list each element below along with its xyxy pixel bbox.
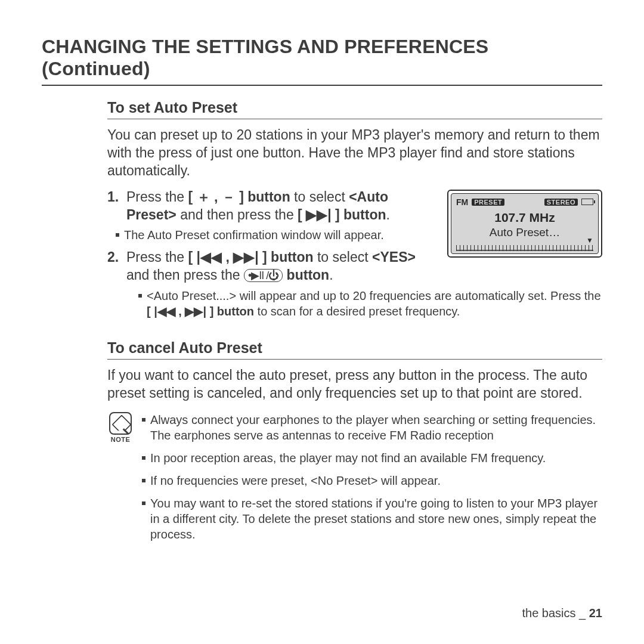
note-item: If no frequencies were preset, <No Prese… xyxy=(142,473,602,488)
lcd-screen-figure: FM PRESET STEREO 107.7 MHz Auto Preset… … xyxy=(447,190,602,258)
step-2-sub-a: <Auto Preset....> will appear and up to … xyxy=(147,289,601,302)
lcd-tuning-scale xyxy=(456,245,593,251)
note-item: In poor reception areas, the player may … xyxy=(142,450,602,466)
step-1-text-g: . xyxy=(386,207,390,222)
footer-section: the basics _ xyxy=(522,606,589,620)
footer-page-number: 21 xyxy=(589,606,602,620)
bullet-icon xyxy=(142,418,145,422)
step-1-text-a: Press the xyxy=(126,189,188,205)
note-item-text: In poor reception areas, the player may … xyxy=(150,450,546,466)
yes-ref: <YES> xyxy=(372,249,416,265)
note-item-text: Always connect your earphones to the pla… xyxy=(150,412,602,443)
step-2-text-f: button xyxy=(283,267,329,283)
step-2-sub: <Auto Preset....> will appear and up to … xyxy=(138,288,602,319)
step-2-text-c: to select xyxy=(314,249,372,265)
step-2-body: Press the [ |◀◀ , ▶▶| ] button to select… xyxy=(126,249,436,284)
step-1: 1. Press the [ ＋ , － ] button to select … xyxy=(107,188,436,224)
step-2-text-a: Press the xyxy=(126,249,188,265)
step-1-number: 1. xyxy=(107,188,122,224)
section-cancel-heading: To cancel Auto Preset xyxy=(107,339,602,359)
bullet-icon xyxy=(142,456,145,460)
lcd-menu-label: Auto Preset… xyxy=(456,226,593,239)
note-item-text: You may want to re-set the stored statio… xyxy=(150,496,602,542)
step-2-number: 2. xyxy=(107,249,122,284)
section-cancel-body: If you want to cancel the auto preset, p… xyxy=(107,367,602,402)
bullet-icon xyxy=(116,233,119,237)
step-2-text-e: and then press the xyxy=(126,267,244,283)
lcd-status-bar: FM PRESET STEREO xyxy=(456,197,593,207)
page-footer: the basics _ 21 xyxy=(522,606,602,620)
note-label: NOTE xyxy=(107,436,134,443)
lcd-inner: FM PRESET STEREO 107.7 MHz Auto Preset… … xyxy=(451,193,599,254)
title-rule xyxy=(42,85,602,86)
forward-button-ref: [ ▶▶| ] button xyxy=(298,207,386,222)
prev-next-button-ref: [ |◀◀ , ▶▶| ] button xyxy=(188,249,314,265)
lcd-stereo-badge: STEREO xyxy=(544,199,578,206)
step-2-sub-c: to scan for a desired preset frequency. xyxy=(254,305,460,318)
note-list: Always connect your earphones to the pla… xyxy=(142,412,602,549)
play-pause-power-button-icon: •▶II /⏻ xyxy=(244,269,283,282)
pencil-icon xyxy=(113,416,128,431)
step-1-body: Press the [ ＋ , － ] button to select <Au… xyxy=(126,188,436,224)
section-cancel-rule xyxy=(107,359,602,360)
step-2-text-g: . xyxy=(329,267,333,283)
prev-next-button-ref-2: [ |◀◀ , ▶▶| ] button xyxy=(147,305,254,318)
section-set-rule xyxy=(107,119,602,119)
note-item: Always connect your earphones to the pla… xyxy=(142,412,602,443)
bullet-icon xyxy=(138,294,142,298)
note-icon: NOTE xyxy=(107,412,134,443)
step-2-sub-text: <Auto Preset....> will appear and up to … xyxy=(147,288,602,319)
battery-icon xyxy=(581,199,593,205)
step-1-sub-text: The Auto Preset confirmation window will… xyxy=(124,227,384,243)
step-2-sub-wide: <Auto Preset....> will appear and up to … xyxy=(130,288,602,319)
step-1-sub: The Auto Preset confirmation window will… xyxy=(116,227,436,243)
lcd-fm-label: FM xyxy=(456,197,468,207)
note-item: You may want to re-set the stored statio… xyxy=(142,496,602,542)
step-1-text-e: and then press the xyxy=(177,207,298,222)
plus-minus-button-ref: [ ＋ , － ] button xyxy=(188,189,290,205)
section-set-intro: You can preset up to 20 stations in your… xyxy=(107,126,602,180)
lcd-frequency: 107.7 MHz xyxy=(456,210,593,225)
note-item-text: If no frequencies were preset, <No Prese… xyxy=(150,473,441,488)
steps-col: 1. Press the [ ＋ , － ] button to select … xyxy=(107,188,436,289)
lcd-preset-badge: PRESET xyxy=(472,199,504,206)
page-title: CHANGING THE SETTINGS AND PREFERENCES (C… xyxy=(42,36,602,85)
bullet-icon xyxy=(142,501,145,505)
note-block: NOTE Always connect your earphones to th… xyxy=(107,412,602,549)
section-set-heading: To set Auto Preset xyxy=(107,99,602,119)
step-1-text-c: to select xyxy=(290,189,349,205)
step-row: 1. Press the [ ＋ , － ] button to select … xyxy=(107,188,602,289)
bullet-icon xyxy=(142,479,145,482)
step-2: 2. Press the [ |◀◀ , ▶▶| ] button to sel… xyxy=(107,249,436,284)
